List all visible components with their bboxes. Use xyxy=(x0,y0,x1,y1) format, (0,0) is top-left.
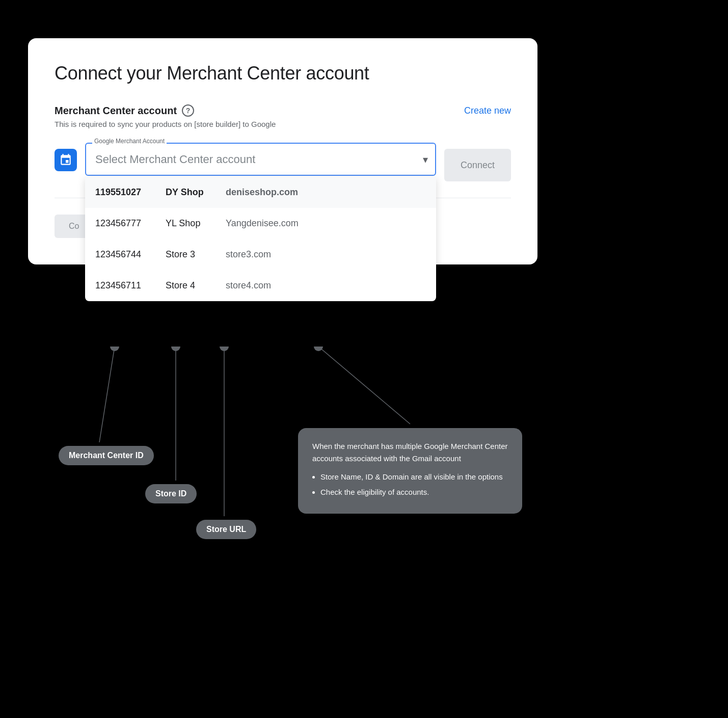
dropdown-menu: 119551027 DY Shop deniseshop.com 1234567… xyxy=(85,177,436,301)
account-id-2: 123456777 xyxy=(95,218,151,229)
merchant-icon xyxy=(55,149,77,171)
section-label-row: Merchant Center account ? xyxy=(55,104,194,117)
store-url-3: store3.com xyxy=(226,249,271,260)
line-merchant-id xyxy=(99,347,115,442)
dot-name xyxy=(171,347,180,351)
store-url-2: Yangdenisee.com xyxy=(226,218,299,229)
store-name-3: Store 3 xyxy=(166,249,211,260)
store-name-2: YL Shop xyxy=(166,218,211,229)
connect-button[interactable]: Connect xyxy=(444,149,511,181)
dropdown-wrapper: Google Merchant Account Select Merchant … xyxy=(85,143,436,176)
store-url-1: deniseshop.com xyxy=(226,187,298,198)
info-bubble: When the merchant has multiple Google Me… xyxy=(298,428,522,514)
section-label: Merchant Center account xyxy=(55,105,177,117)
merchant-account-select[interactable]: Select Merchant Center account 119551027… xyxy=(85,143,436,176)
store-name-4: Store 4 xyxy=(166,280,211,291)
dot-id xyxy=(110,347,119,351)
dropdown-label: Google Merchant Account xyxy=(92,138,167,145)
merchant-id-label: Merchant Center ID xyxy=(69,451,144,460)
store-name-1: DY Shop xyxy=(166,187,211,198)
store-id-label: Store ID xyxy=(155,489,186,498)
section-header: Merchant Center account ? Create new xyxy=(55,104,511,117)
store-url-label: Store URL xyxy=(206,525,246,534)
shopping-icon xyxy=(59,153,72,167)
info-bullet-2: Check the eligibility of accounts. xyxy=(320,486,508,498)
store-id-bubble: Store ID xyxy=(145,484,197,503)
merchant-id-bubble: Merchant Center ID xyxy=(59,446,154,465)
dropdown-item-4[interactable]: 123456711 Store 4 store4.com xyxy=(85,270,436,301)
connect-row: Google Merchant Account Select Merchant … xyxy=(55,143,511,181)
modal-title: Connect your Merchant Center account xyxy=(55,63,511,84)
account-id-4: 123456711 xyxy=(95,280,151,291)
account-id-3: 123456744 xyxy=(95,249,151,260)
create-new-link[interactable]: Create new xyxy=(464,105,511,116)
account-id-1: 119551027 xyxy=(95,187,151,198)
info-bullet-1: Store Name, ID & Domain are all visible … xyxy=(320,471,508,483)
dot-url xyxy=(220,347,229,351)
store-url-bubble: Store URL xyxy=(196,520,256,539)
store-url-4: store4.com xyxy=(226,280,271,291)
dropdown-item-1[interactable]: 119551027 DY Shop deniseshop.com xyxy=(85,177,436,208)
dot-right xyxy=(314,347,323,351)
info-bubble-list: Store Name, ID & Domain are all visible … xyxy=(312,471,508,498)
section-desc: This is required to sync your products o… xyxy=(55,120,511,128)
dropdown-item-3[interactable]: 123456744 Store 3 store3.com xyxy=(85,239,436,270)
help-icon[interactable]: ? xyxy=(182,104,194,117)
modal-card: Connect your Merchant Center account Mer… xyxy=(28,38,537,264)
info-bubble-title: When the merchant has multiple Google Me… xyxy=(312,440,508,465)
line-info xyxy=(318,347,410,424)
dropdown-item-2[interactable]: 123456777 YL Shop Yangdenisee.com xyxy=(85,208,436,239)
